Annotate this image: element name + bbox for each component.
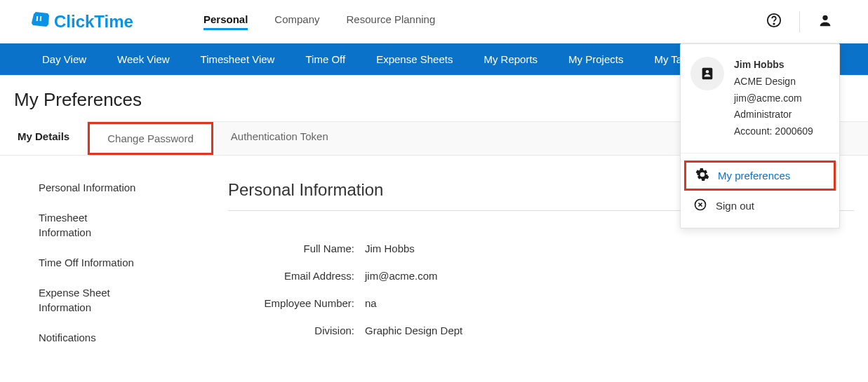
top-right bbox=[766, 11, 833, 32]
nav-personal[interactable]: Personal bbox=[203, 13, 248, 30]
sidebar-notifications[interactable]: Notifications bbox=[39, 330, 137, 345]
dropdown-account: Account: 2000609 bbox=[734, 123, 813, 140]
help-icon[interactable] bbox=[766, 13, 782, 31]
sidebar-timeoff-info[interactable]: Time Off Information bbox=[39, 255, 137, 270]
signout-label: Sign out bbox=[716, 200, 754, 212]
row-email: Email Address: jim@acme.com bbox=[228, 270, 854, 282]
close-circle-icon bbox=[693, 198, 707, 214]
label-email: Email Address: bbox=[228, 270, 365, 282]
value-division: Graphic Design Dept bbox=[365, 325, 462, 336]
value-full-name: Jim Hobbs bbox=[365, 243, 415, 254]
svg-point-3 bbox=[773, 23, 774, 24]
user-icon[interactable] bbox=[817, 13, 833, 31]
divider bbox=[799, 11, 800, 32]
sidebar: Personal Information Timesheet Informati… bbox=[39, 180, 193, 360]
nav-timesheet-view[interactable]: Timesheet View bbox=[185, 53, 291, 65]
action-my-preferences[interactable]: My preferences bbox=[684, 161, 836, 191]
top-header: ClickTime Personal Company Resource Plan… bbox=[0, 0, 868, 43]
label-full-name: Full Name: bbox=[228, 243, 365, 254]
sidebar-timesheet-info[interactable]: Timesheet Information bbox=[39, 210, 137, 240]
tab-change-password[interactable]: Change Password bbox=[88, 122, 213, 155]
svg-point-6 bbox=[706, 70, 709, 74]
nav-resource-planning[interactable]: Resource Planning bbox=[347, 13, 436, 30]
value-email: jim@acme.com bbox=[365, 270, 438, 282]
user-dropdown: Jim Hobbs ACME Design jim@acme.com Admin… bbox=[680, 43, 840, 228]
dropdown-info: Jim Hobbs ACME Design jim@acme.com Admin… bbox=[734, 57, 813, 140]
nav-day-view[interactable]: Day View bbox=[21, 53, 102, 65]
logo[interactable]: ClickTime bbox=[32, 12, 133, 32]
avatar bbox=[690, 57, 724, 90]
sidebar-personal-info[interactable]: Personal Information bbox=[39, 180, 137, 195]
logo-icon bbox=[32, 12, 50, 32]
row-employee-number: Employee Number: na bbox=[228, 297, 854, 309]
dropdown-role: Administrator bbox=[734, 107, 813, 123]
nav-week-view[interactable]: Week View bbox=[102, 53, 185, 65]
svg-rect-5 bbox=[702, 68, 713, 80]
svg-point-7 bbox=[701, 173, 704, 176]
value-employee-number: na bbox=[365, 297, 377, 309]
nav-my-reports[interactable]: My Reports bbox=[468, 53, 553, 65]
nav-my-projects[interactable]: My Projects bbox=[553, 53, 639, 65]
label-employee-number: Employee Number: bbox=[228, 297, 365, 309]
dropdown-actions: My preferences Sign out bbox=[681, 154, 839, 228]
dropdown-email: jim@acme.com bbox=[734, 90, 813, 107]
row-full-name: Full Name: Jim Hobbs bbox=[228, 243, 854, 254]
dropdown-company: ACME Design bbox=[734, 74, 813, 90]
dropdown-name: Jim Hobbs bbox=[734, 57, 813, 74]
label-division: Division: bbox=[228, 325, 365, 336]
pref-label: My preferences bbox=[718, 170, 790, 182]
action-sign-out[interactable]: Sign out bbox=[681, 191, 839, 221]
nav-time-off[interactable]: Time Off bbox=[290, 53, 361, 65]
sidebar-expense-info[interactable]: Expense Sheet Information bbox=[39, 285, 137, 315]
svg-point-4 bbox=[822, 15, 827, 20]
row-division: Division: Graphic Design Dept bbox=[228, 325, 854, 336]
nav-company[interactable]: Company bbox=[274, 13, 319, 30]
tab-my-details[interactable]: My Details bbox=[0, 121, 88, 155]
top-nav: Personal Company Resource Planning bbox=[203, 13, 766, 30]
logo-text: ClickTime bbox=[54, 12, 133, 32]
gear-icon bbox=[695, 168, 709, 184]
dropdown-header: Jim Hobbs ACME Design jim@acme.com Admin… bbox=[681, 44, 839, 154]
nav-expense-sheets[interactable]: Expense Sheets bbox=[361, 53, 468, 65]
tab-auth-token[interactable]: Authentication Token bbox=[213, 122, 346, 155]
